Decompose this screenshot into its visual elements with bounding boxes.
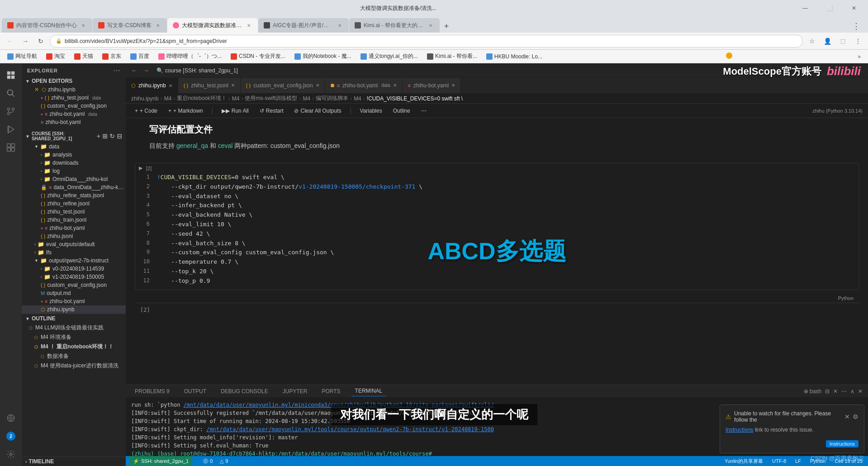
- terminal-kill-btn[interactable]: ✕: [833, 388, 838, 395]
- run-all-button[interactable]: ▶▶ Run All: [218, 107, 252, 115]
- tree-file-zhihu-bot-yaml-2[interactable]: ● ≡ zhihu-bot.yaml: [22, 224, 126, 232]
- terminal-tab-output[interactable]: OUTPUT: [180, 386, 210, 396]
- activity-source-control[interactable]: [3, 103, 19, 119]
- browser-tab-3[interactable]: 大模型微调实践数据准备/清洗... ✕: [167, 18, 258, 33]
- tab-close-zhihu-test[interactable]: ✕: [231, 83, 235, 88]
- tree-file-omnidata-yaml[interactable]: 🔒 ≡ data_OmniData___zhihu-kol-default-c9…: [22, 183, 126, 191]
- bookmark-kimi[interactable]: Kimi.ai - 帮你看...: [423, 52, 481, 61]
- close-button[interactable]: ✕: [844, 0, 864, 16]
- open-file-zhihu-bot-yaml-data[interactable]: ● ≡ zhihu-bot.yaml data: [22, 110, 126, 118]
- tree-file-custom-eval-config[interactable]: { } custom_eval_config.json: [22, 281, 126, 289]
- terminal-split-btn[interactable]: ⊟: [825, 388, 830, 395]
- editor-tab-zhihu-test[interactable]: { } zhihu_test.jsonl ✕: [178, 78, 241, 93]
- activity-remote[interactable]: [3, 410, 19, 426]
- bookmark-button[interactable]: ☆: [806, 35, 818, 48]
- terminal-minimize-btn[interactable]: ∧: [850, 388, 854, 395]
- open-file-zhihu-ipynb[interactable]: ✕ ⬡ zhihu.ipynb: [22, 86, 126, 94]
- terminal-tab-debug[interactable]: DEBUG CONSOLE: [217, 386, 272, 396]
- browser-tab-4[interactable]: AIGC专题-图片/声音/视频/Ager... ✕: [258, 18, 349, 33]
- bookmark-tianmao[interactable]: 天猫: [71, 52, 97, 61]
- tree-file-refine-stats[interactable]: { } zhihu_refine_stats.jsonl: [22, 191, 126, 200]
- tree-folder-downloads[interactable]: › 📁 downloads: [22, 159, 126, 167]
- terminal-tab-ports[interactable]: PORTS: [318, 386, 344, 396]
- editor-tab-custom-eval[interactable]: { } custom_eval_config.json ✕: [241, 78, 325, 93]
- tree-folder-v0[interactable]: › 📁 v0-20240819-114539: [22, 265, 126, 273]
- clear-outputs-button[interactable]: ⊘ Clear All Outputs: [290, 107, 345, 115]
- activity-settings[interactable]: [3, 446, 19, 462]
- tree-folder-output[interactable]: ▼ 📁 output/qwen2-7b-instruct: [22, 257, 126, 265]
- outline-item-5[interactable]: ⬡ M4 使用data-juicer进行数据清洗: [22, 361, 126, 371]
- outline-item-4[interactable]: ⬡ 数据准备: [22, 352, 126, 361]
- new-tab-button[interactable]: +: [440, 20, 453, 33]
- breadcrumb-cuda-cmd[interactable]: !CUDA_VISIBLE_DEVICES=0 swift sft \: [367, 95, 463, 102]
- outline-item-2[interactable]: ⬡ M4 环境准备: [22, 333, 126, 342]
- tab-close-3[interactable]: ✕: [245, 22, 252, 29]
- variables-button[interactable]: Variables: [356, 107, 386, 115]
- browser-tab-1[interactable]: 内容管理-CSDN创作中心 ✕: [2, 18, 92, 33]
- bookmark-baidu[interactable]: 百度: [127, 52, 153, 61]
- ssh-indicator[interactable]: ⚡ SSH: shared_2gpu_1: [129, 456, 192, 466]
- course-new-file[interactable]: +: [97, 133, 100, 140]
- tree-folder-log[interactable]: › 📁 log: [22, 167, 126, 175]
- open-file-zhihu-test[interactable]: ● { } zhihu_test.jsonl data: [22, 94, 126, 102]
- tab-close-2[interactable]: ✕: [154, 22, 161, 29]
- bookmark-wangzhi[interactable]: 网址导航: [4, 52, 41, 61]
- nav-back-btn[interactable]: ←: [129, 66, 139, 76]
- bookmark-csdn[interactable]: CSDN - 专业开发...: [227, 52, 289, 61]
- add-markdown-button[interactable]: + + Markdown: [165, 107, 207, 115]
- section-outline[interactable]: ▼ OUTLINE: [22, 314, 126, 323]
- address-bar[interactable]: 🔒 bilibili.com/video/BV1vuWpezEKx/?p=21&…: [50, 35, 803, 48]
- outline-item-3[interactable]: ⬡ M4 ！ 重启notebook环境！！: [22, 342, 126, 352]
- tree-file-zhihu-bot-yaml-3[interactable]: ● ≡ zhihu-bot.yaml: [22, 297, 126, 305]
- activity-extensions[interactable]: [3, 139, 19, 156]
- yunlin-share[interactable]: Yunlin的共享屏幕: [723, 458, 765, 465]
- tab-close-4[interactable]: ✕: [336, 22, 343, 29]
- breadcrumb-restart[interactable]: 重启notebook环境！: [177, 95, 226, 102]
- tree-folder-omnidata[interactable]: › 📁 OmniData___zhihu-kol: [22, 175, 126, 183]
- breadcrumb-m4-1[interactable]: M4: [164, 95, 172, 102]
- tree-file-zhihu-ipynb-active[interactable]: ⬡ zhihu.ipynb: [22, 305, 126, 314]
- outline-button[interactable]: Outline: [389, 107, 414, 115]
- tab-close-1[interactable]: ✕: [80, 22, 87, 29]
- maximize-button[interactable]: ⬜: [819, 0, 840, 16]
- notif-close-btn[interactable]: ✕: [844, 413, 850, 420]
- outline-item-1[interactable]: ⬡ M4 LLM训练全链路最佳实践: [22, 323, 126, 333]
- bookmark-taobao[interactable]: 淘宝: [43, 52, 69, 61]
- breadcrumb-m4-4[interactable]: M4: [354, 95, 361, 102]
- toolbar-more-button[interactable]: ⋯: [417, 107, 430, 115]
- section-course[interactable]: ▼ COURSE [SSH: SHARED_2GPU_1] + ⊞ ↻ ⊟: [22, 130, 126, 143]
- tree-folder-v1[interactable]: › 📁 v1-20240819-150005: [22, 273, 126, 281]
- bookmarks-more[interactable]: »: [854, 53, 864, 60]
- activity-account[interactable]: 2: [3, 428, 19, 444]
- tree-folder-data[interactable]: ▼ 📁 data: [22, 143, 126, 151]
- terminal-tab-terminal[interactable]: TERMINAL: [351, 386, 386, 396]
- tree-folder-analysis[interactable]: › 📁 analysis: [22, 151, 126, 159]
- breadcrumb-training-script[interactable]: 编写训练脚本: [316, 95, 348, 102]
- status-warnings[interactable]: △ 9: [218, 458, 230, 464]
- bookmark-tongyi[interactable]: 通义tongyi.ai_你的...: [357, 52, 422, 61]
- tree-file-refine[interactable]: { } zhihu_refine.jsonl: [22, 200, 126, 208]
- bookmark-hkbu[interactable]: HKBU Moodle: Lo...: [483, 52, 546, 61]
- sidebar-more[interactable]: ⋯: [113, 66, 120, 75]
- open-file-zhihu-bot-yaml[interactable]: ≡ zhihu-bot.yaml: [22, 118, 126, 126]
- course-collapse[interactable]: ⊟: [117, 133, 122, 140]
- status-errors[interactable]: ⓪ 0: [201, 458, 214, 465]
- bookmark-notebook[interactable]: 我的Notebook - 魔...: [291, 52, 355, 61]
- editor-tab-zhihu-ipynb[interactable]: ⬡ zhihu.ipynb ✕: [126, 78, 178, 93]
- browser-tab-5[interactable]: Kimi.ai - 帮你看更大的世界 ✕: [349, 18, 440, 33]
- nav-forward-btn[interactable]: →: [141, 66, 151, 76]
- activity-run[interactable]: [3, 121, 19, 138]
- tab-close-5[interactable]: ✕: [427, 22, 434, 29]
- tab-close-bot-yaml[interactable]: ✕: [451, 83, 455, 88]
- bookmark-bilibili[interactable]: 哔哩哔哩（゜-゜）つ...: [155, 52, 225, 61]
- browser-settings-button[interactable]: ⋮: [852, 35, 864, 48]
- tab-close-zhihu-ipynb[interactable]: ✕: [169, 83, 172, 88]
- breadcrumb-zhihu-ipynb[interactable]: zhihu.ipynb: [131, 95, 159, 102]
- code-cell-2[interactable]: ▶ [2] 1 !CUDA_VISIBLE_DEVICES=0 swift ev…: [135, 163, 859, 290]
- notif-instructions-btn[interactable]: Instructions: [826, 440, 859, 447]
- terminal-tab-jupyter[interactable]: JUPYTER: [279, 386, 311, 396]
- tree-folder-eval-outputs[interactable]: › 📁 eval_outputs/default: [22, 240, 126, 248]
- extensions-button[interactable]: ⬚: [836, 35, 849, 48]
- status-line-ending[interactable]: LF: [793, 458, 803, 464]
- editor-tab-bot-yaml-data[interactable]: ≡ zhihu-bot.yaml data ✕: [325, 78, 403, 93]
